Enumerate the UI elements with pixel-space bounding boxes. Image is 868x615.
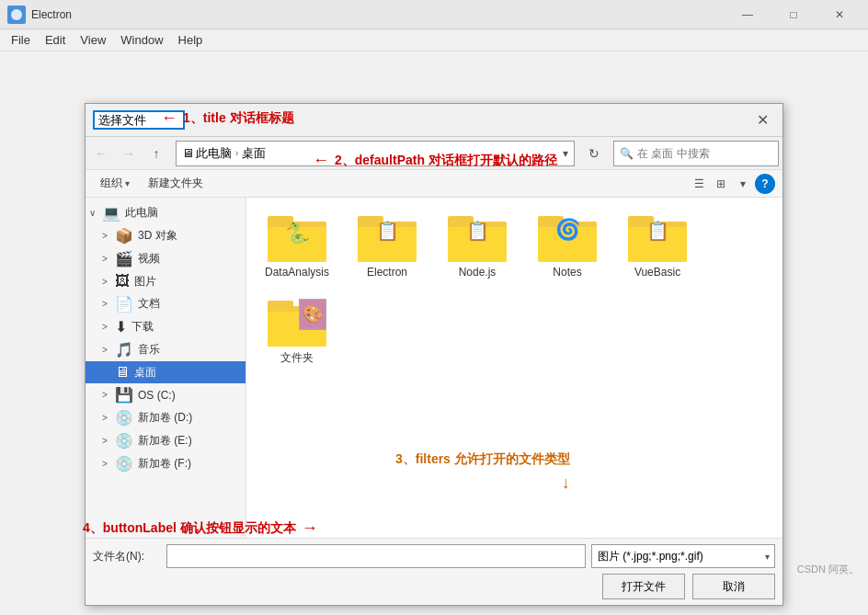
tree-item-video[interactable]: > 🎬 视频 bbox=[86, 247, 246, 270]
tree-label: 新加卷 (F:) bbox=[138, 456, 191, 472]
tree-item-pc[interactable]: ∨ 💻 此电脑 bbox=[86, 201, 246, 224]
up-button[interactable]: ↑ bbox=[144, 142, 168, 165]
expand-icon[interactable]: > bbox=[102, 231, 115, 241]
second-toolbar: 组织 ▾ 新建文件夹 ☰ ⊞ ▾ ? bbox=[86, 170, 782, 198]
expand-icon[interactable]: > bbox=[102, 322, 115, 332]
file-item-electron[interactable]: 📋 Electron bbox=[346, 207, 428, 284]
tree-item-pictures[interactable]: > 🖼 图片 bbox=[86, 270, 246, 292]
tree-label: 视频 bbox=[138, 251, 160, 267]
desktop-icon: 🖥 bbox=[115, 364, 130, 381]
tree-label: 3D 对象 bbox=[138, 228, 177, 244]
new-folder-button[interactable]: 新建文件夹 bbox=[141, 174, 211, 193]
tree-item-osc[interactable]: > 💾 OS (C:) bbox=[86, 383, 246, 406]
address-dropdown-icon[interactable]: ▾ bbox=[563, 147, 568, 160]
annotation-1: ← 1、title 对话框标题 bbox=[161, 108, 294, 128]
file-item-dataanalysis[interactable]: 🐍 DataAnalysis bbox=[256, 207, 338, 284]
watermark: CSDN 阿英。 bbox=[797, 563, 859, 576]
tree-label: 桌面 bbox=[134, 365, 156, 381]
open-button[interactable]: 打开文件 bbox=[602, 574, 685, 599]
app-title: Electron bbox=[31, 8, 72, 21]
minimize-button[interactable]: — bbox=[726, 3, 769, 27]
file-label: Electron bbox=[367, 266, 407, 279]
3d-icon: 📦 bbox=[115, 227, 133, 245]
title-bar: Electron — □ ✕ bbox=[0, 0, 868, 29]
dialog-close-button[interactable]: ✕ bbox=[749, 108, 775, 133]
menu-window[interactable]: Window bbox=[113, 31, 170, 49]
filename-input[interactable] bbox=[166, 544, 586, 568]
expand-icon[interactable]: > bbox=[102, 254, 115, 264]
search-input[interactable] bbox=[637, 147, 775, 160]
file-item-vuebasic[interactable]: 📋 VueBasic bbox=[616, 207, 699, 284]
expand-icon[interactable]: > bbox=[102, 345, 115, 355]
file-label: Notes bbox=[553, 266, 581, 279]
filename-row: 文件名(N): 图片 (*.jpg;*.png;*.gif) 所有文件 (*.*… bbox=[93, 544, 775, 568]
tree-item-downloads[interactable]: > ⬇ 下载 bbox=[86, 315, 246, 338]
file-label: VueBasic bbox=[634, 266, 680, 279]
file-label: Node.js bbox=[459, 266, 497, 279]
expand-icon[interactable]: > bbox=[102, 413, 115, 423]
cancel-button[interactable]: 取消 bbox=[692, 574, 775, 599]
osc-icon: 💾 bbox=[115, 386, 133, 404]
drivF-icon: 💿 bbox=[115, 455, 133, 473]
search-bar: 🔍 bbox=[613, 141, 779, 166]
forward-button[interactable]: → bbox=[117, 142, 141, 165]
tree-label: 新加卷 (E:) bbox=[138, 433, 192, 449]
filetype-select[interactable]: 图片 (*.jpg;*.png;*.gif) 所有文件 (*.*) bbox=[591, 544, 775, 568]
button-row: 打开文件 取消 bbox=[93, 574, 775, 599]
desktop-label: 桌面 bbox=[242, 145, 266, 162]
path-pc[interactable]: 🖥 此电脑 bbox=[182, 145, 232, 162]
tree-item-drivD[interactable]: > 💿 新加卷 (D:) bbox=[86, 406, 246, 429]
view-list-icon[interactable]: ☰ bbox=[689, 174, 709, 194]
filename-label: 文件名(N): bbox=[93, 549, 166, 564]
back-button[interactable]: ← bbox=[89, 142, 113, 165]
expand-icon[interactable]: > bbox=[102, 436, 115, 446]
tree-item-drivF[interactable]: > 💿 新加卷 (F:) bbox=[86, 452, 246, 475]
organize-button[interactable]: 组织 ▾ bbox=[93, 174, 137, 193]
file-item-wenjian[interactable]: 🎨 文件夹 bbox=[256, 291, 338, 371]
menu-help[interactable]: Help bbox=[171, 31, 211, 49]
pc-icon: 🖥 bbox=[182, 146, 194, 160]
pc-label: 此电脑 bbox=[196, 145, 232, 162]
expand-icon[interactable]: > bbox=[102, 299, 115, 309]
music-icon: 🎵 bbox=[115, 341, 133, 359]
tree-label: 新加卷 (D:) bbox=[138, 410, 192, 426]
tree-label: 下载 bbox=[131, 319, 154, 335]
file-label: DataAnalysis bbox=[265, 266, 329, 279]
file-item-nodejs[interactable]: 📋 Node.js bbox=[436, 207, 519, 284]
menu-file[interactable]: File bbox=[4, 31, 38, 49]
path-separator: › bbox=[235, 148, 238, 158]
svg-point-0 bbox=[11, 9, 22, 20]
app-icon bbox=[7, 6, 26, 24]
annotation-4: 4、buttonLabel 确认按钮显示的文本 → bbox=[83, 518, 318, 538]
tree-item-docs[interactable]: > 📄 文档 bbox=[86, 292, 246, 315]
tree-item-3d[interactable]: > 📦 3D 对象 bbox=[86, 224, 246, 247]
window-close-button[interactable]: ✕ bbox=[818, 3, 861, 27]
expand-icon[interactable]: > bbox=[102, 390, 115, 400]
path-desktop[interactable]: 桌面 bbox=[242, 145, 266, 162]
drivD-icon: 💿 bbox=[115, 409, 133, 427]
refresh-button[interactable]: ↻ bbox=[582, 142, 606, 165]
view-options-icon[interactable]: ▾ bbox=[733, 174, 753, 194]
maximize-button[interactable]: □ bbox=[772, 3, 815, 27]
tree-item-drivE[interactable]: > 💿 新加卷 (E:) bbox=[86, 429, 246, 452]
tree-label: 文档 bbox=[138, 296, 160, 312]
tree-item-music[interactable]: > 🎵 音乐 bbox=[86, 338, 246, 361]
file-item-notes[interactable]: 🌀 Notes bbox=[526, 207, 609, 284]
annotation-3: 3、filters 允许打开的文件类型 ↓ bbox=[395, 451, 570, 493]
expand-icon[interactable]: > bbox=[102, 459, 115, 469]
expand-icon[interactable]: ∨ bbox=[89, 208, 102, 218]
file-label: 文件夹 bbox=[280, 350, 314, 366]
menu-bar: File Edit View Window Help bbox=[0, 29, 868, 51]
view-grid-icon[interactable]: ⊞ bbox=[711, 174, 731, 194]
tree-label: 音乐 bbox=[138, 342, 160, 358]
docs-icon: 📄 bbox=[115, 295, 133, 313]
tree-item-desktop[interactable]: 🖥 桌面 bbox=[86, 361, 246, 383]
organize-dropdown-icon: ▾ bbox=[125, 178, 130, 188]
help-button[interactable]: ? bbox=[755, 174, 775, 194]
menu-view[interactable]: View bbox=[73, 31, 113, 49]
video-icon: 🎬 bbox=[115, 250, 133, 268]
expand-icon[interactable]: > bbox=[102, 277, 115, 287]
tree-label: 此电脑 bbox=[125, 205, 158, 221]
menu-edit[interactable]: Edit bbox=[38, 31, 73, 49]
tree-label: 图片 bbox=[134, 274, 156, 290]
